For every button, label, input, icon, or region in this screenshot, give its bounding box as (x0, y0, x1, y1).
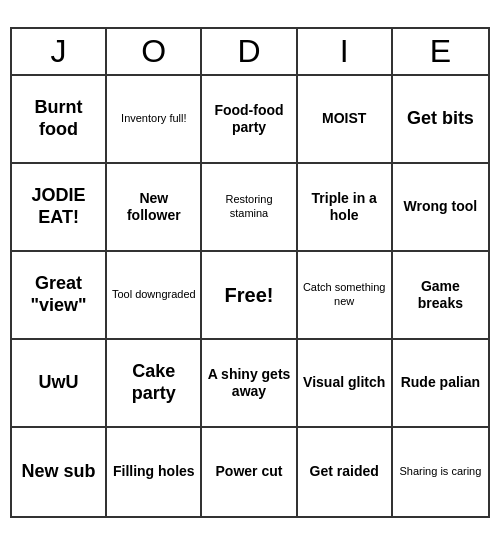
cell-17: A shiny gets away (202, 340, 297, 428)
cell-19: Rude palian (393, 340, 488, 428)
cell-20: New sub (12, 428, 107, 516)
header-letter-D: D (202, 29, 297, 74)
bingo-grid: Burnt foodInventory full!Food-food party… (12, 76, 488, 516)
header-letter-O: O (107, 29, 202, 74)
cell-15: UwU (12, 340, 107, 428)
cell-7: Restoring stamina (202, 164, 297, 252)
cell-0: Burnt food (12, 76, 107, 164)
cell-12: Free! (202, 252, 297, 340)
cell-18: Visual glitch (298, 340, 393, 428)
bingo-card: JODIE Burnt foodInventory full!Food-food… (10, 27, 490, 518)
header-letter-J: J (12, 29, 107, 74)
cell-9: Wrong tool (393, 164, 488, 252)
header-row: JODIE (12, 29, 488, 76)
cell-6: New follower (107, 164, 202, 252)
header-letter-E: E (393, 29, 488, 74)
cell-13: Catch something new (298, 252, 393, 340)
cell-24: Sharing is caring (393, 428, 488, 516)
cell-21: Filling holes (107, 428, 202, 516)
cell-3: MOIST (298, 76, 393, 164)
cell-23: Get raided (298, 428, 393, 516)
cell-2: Food-food party (202, 76, 297, 164)
cell-22: Power cut (202, 428, 297, 516)
cell-16: Cake party (107, 340, 202, 428)
cell-8: Triple in a hole (298, 164, 393, 252)
header-letter-I: I (298, 29, 393, 74)
cell-11: Tool downgraded (107, 252, 202, 340)
cell-4: Get bits (393, 76, 488, 164)
cell-5: JODIE EAT! (12, 164, 107, 252)
cell-1: Inventory full! (107, 76, 202, 164)
cell-10: Great "view" (12, 252, 107, 340)
cell-14: Game breaks (393, 252, 488, 340)
